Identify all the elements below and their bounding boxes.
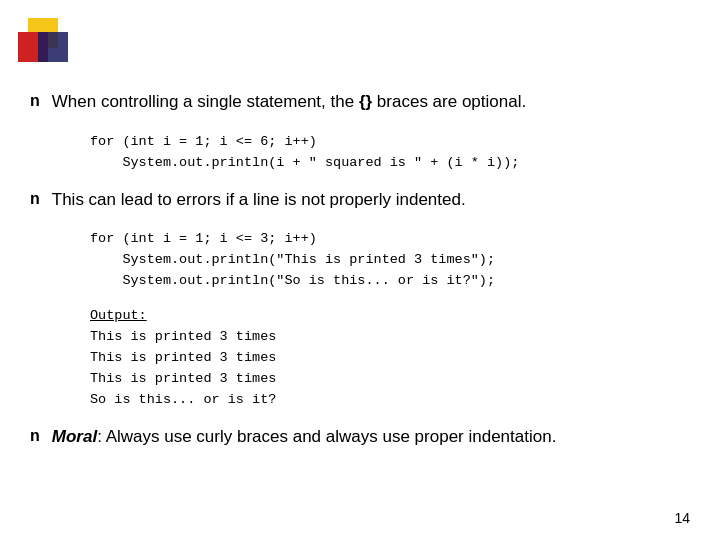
output-section: Output: This is printed 3 times This is … — [90, 306, 690, 411]
bullet-content-3: Moral: Always use curly braces and alway… — [52, 425, 557, 449]
code-block-2: for (int i = 1; i <= 3; i++) System.out.… — [90, 229, 690, 292]
bullet-marker-2: n — [30, 190, 40, 208]
moral-label: Moral — [52, 427, 97, 446]
page-number: 14 — [674, 510, 690, 526]
bullet-text-1: When controlling a single statement, the… — [52, 92, 526, 111]
bullet-section-3: n Moral: Always use curly braces and alw… — [30, 425, 690, 449]
main-content: n When controlling a single statement, t… — [30, 90, 690, 467]
bullet-text-2: This can lead to errors if a line is not… — [52, 190, 466, 209]
bullet-content-2: This can lead to errors if a line is not… — [52, 188, 466, 212]
bullet-text-3: Moral: Always use curly braces and alway… — [52, 427, 557, 446]
bullet-marker-1: n — [30, 92, 40, 110]
bullet-content-1: When controlling a single statement, the… — [52, 90, 526, 114]
deco-blue-square — [38, 32, 68, 62]
output-text: This is printed 3 times This is printed … — [90, 327, 690, 411]
bullet-marker-3: n — [30, 427, 40, 445]
output-label: Output: — [90, 306, 690, 327]
bullet-section-1: n When controlling a single statement, t… — [30, 90, 690, 114]
bullet-section-2: n This can lead to errors if a line is n… — [30, 188, 690, 212]
code-block-1: for (int i = 1; i <= 6; i++) System.out.… — [90, 132, 690, 174]
code-braces: {} — [359, 92, 372, 111]
decoration — [18, 18, 78, 78]
